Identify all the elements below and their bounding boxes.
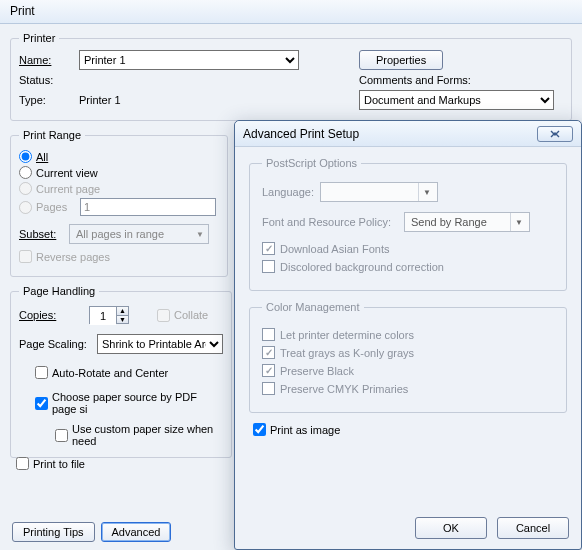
let-printer-checkbox <box>262 328 275 341</box>
policy-label: Font and Resource Policy: <box>262 216 404 228</box>
radio-current-view[interactable] <box>19 166 32 179</box>
postscript-group: PostScript Options Language: ▼ Font and … <box>249 157 567 291</box>
pages-input <box>80 198 216 216</box>
properties-button[interactable]: Properties <box>359 50 443 70</box>
window-title: Print <box>10 4 35 18</box>
printer-legend: Printer <box>19 32 59 44</box>
advanced-button[interactable]: Advanced <box>101 522 172 542</box>
radio-current-page <box>19 182 32 195</box>
custom-paper-checkbox[interactable] <box>55 429 68 442</box>
scaling-select[interactable]: Shrink to Printable Area <box>97 334 223 354</box>
collate-label: Collate <box>174 309 208 321</box>
scaling-label: Page Scaling: <box>19 338 97 350</box>
choose-source-checkbox[interactable] <box>35 397 48 410</box>
radio-current-page-label: Current page <box>36 183 100 195</box>
chevron-down-icon: ▼ <box>510 213 527 231</box>
reverse-checkbox <box>19 250 32 263</box>
custom-paper-label: Use custom paper size when need <box>72 423 223 447</box>
status-label: Status: <box>19 74 79 86</box>
color-legend: Color Management <box>262 301 364 313</box>
reverse-label: Reverse pages <box>36 251 110 263</box>
preserve-cmyk-checkbox <box>262 382 275 395</box>
copies-spinner[interactable]: ▲▼ <box>89 306 129 324</box>
printing-tips-button[interactable]: Printing Tips <box>12 522 95 542</box>
window-titlebar: Print <box>0 0 582 24</box>
handling-legend: Page Handling <box>19 285 99 297</box>
preserve-cmyk-label: Preserve CMYK Primaries <box>280 383 408 395</box>
print-range-group: Print Range All Current view Current pag… <box>10 129 228 277</box>
type-value: Printer 1 <box>79 94 309 106</box>
language-label: Language: <box>262 186 320 198</box>
comments-select[interactable]: Document and Markups <box>359 90 554 110</box>
collate-checkbox <box>157 309 170 322</box>
copies-label: Copies: <box>19 309 89 321</box>
page-handling-group: Page Handling Copies: ▲▼ Collate Page Sc… <box>10 285 232 458</box>
radio-pages <box>19 201 32 214</box>
close-button[interactable] <box>537 126 573 142</box>
spin-up-icon[interactable]: ▲ <box>116 307 128 316</box>
radio-all-label: All <box>36 151 48 163</box>
choose-source-label: Choose paper source by PDF page si <box>52 391 223 415</box>
language-select: ▼ <box>320 182 438 202</box>
auto-rotate-checkbox[interactable] <box>35 366 48 379</box>
auto-rotate-label: Auto-Rotate and Center <box>52 367 168 379</box>
let-printer-label: Let printer determine colors <box>280 329 414 341</box>
comments-label: Comments and Forms: <box>309 74 563 86</box>
ok-button[interactable]: OK <box>415 517 487 539</box>
printer-select[interactable]: Printer 1 <box>79 50 299 70</box>
radio-pages-label: Pages <box>36 201 80 213</box>
ps-legend: PostScript Options <box>262 157 361 169</box>
treat-grays-checkbox <box>262 346 275 359</box>
download-asian-checkbox <box>262 242 275 255</box>
printer-group: Printer Name: Printer 1 Properties Statu… <box>10 32 572 121</box>
cancel-button[interactable]: Cancel <box>497 517 569 539</box>
radio-current-view-label: Current view <box>36 167 98 179</box>
overlay-title: Advanced Print Setup <box>243 127 359 141</box>
preserve-black-checkbox <box>262 364 275 377</box>
range-legend: Print Range <box>19 129 85 141</box>
discolored-label: Discolored background correction <box>280 261 444 273</box>
spin-down-icon[interactable]: ▼ <box>116 316 128 324</box>
print-to-file-label: Print to file <box>33 458 85 470</box>
download-asian-label: Download Asian Fonts <box>280 243 389 255</box>
color-management-group: Color Management Let printer determine c… <box>249 301 567 413</box>
chevron-down-icon: ▼ <box>196 230 204 239</box>
advanced-print-setup-dialog: Advanced Print Setup PostScript Options … <box>234 120 582 550</box>
chevron-down-icon: ▼ <box>418 183 435 201</box>
print-to-file-checkbox[interactable] <box>16 457 29 470</box>
policy-select[interactable]: Send by Range ▼ <box>404 212 530 232</box>
name-label: Name: <box>19 54 79 66</box>
preserve-black-label: Preserve Black <box>280 365 354 377</box>
close-icon <box>548 130 562 138</box>
copies-input[interactable] <box>90 307 116 325</box>
type-label: Type: <box>19 94 79 106</box>
treat-grays-label: Treat grays as K-only grays <box>280 347 414 359</box>
radio-all[interactable] <box>19 150 32 163</box>
print-as-image-checkbox[interactable] <box>253 423 266 436</box>
subset-label: Subset: <box>19 228 69 240</box>
subset-select[interactable]: All pages in range ▼ <box>69 224 209 244</box>
discolored-checkbox <box>262 260 275 273</box>
print-as-image-label: Print as image <box>270 424 340 436</box>
